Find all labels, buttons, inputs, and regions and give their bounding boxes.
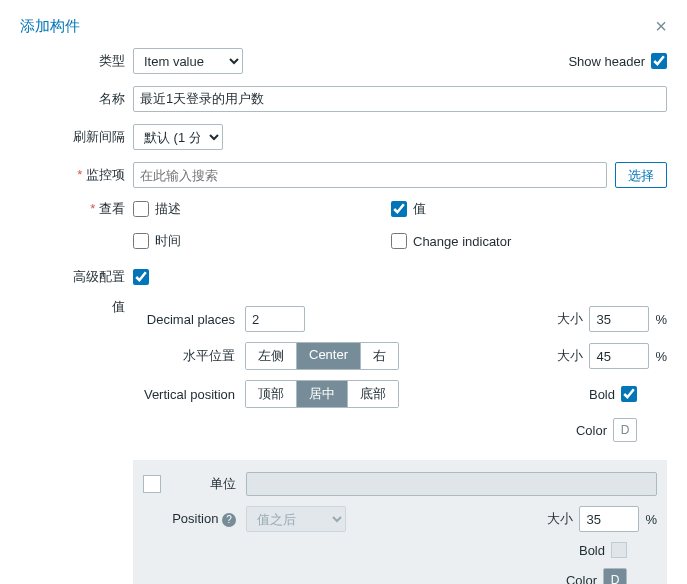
- label-decimal: Decimal places: [133, 312, 245, 327]
- bold2-checkbox: [611, 542, 627, 558]
- label-bold2: Bold: [579, 543, 605, 558]
- vpos-group[interactable]: 顶部 居中 底部: [245, 380, 399, 408]
- size3-input: [579, 506, 639, 532]
- advanced-checkbox[interactable]: [133, 269, 149, 285]
- label-item: 监控项: [20, 166, 125, 184]
- label-position: Position: [172, 511, 218, 526]
- pct2: %: [655, 349, 667, 364]
- size1-input[interactable]: [589, 306, 649, 332]
- label-time: 时间: [155, 232, 181, 250]
- label-value-cb: 值: [413, 200, 426, 218]
- vpos-bot[interactable]: 底部: [348, 381, 398, 407]
- vpos-mid[interactable]: 居中: [297, 381, 348, 407]
- label-size2: 大小: [557, 347, 583, 365]
- refresh-select[interactable]: 默认 (1 分): [133, 124, 223, 150]
- label-hpos: 水平位置: [133, 347, 245, 365]
- size2-input[interactable]: [589, 343, 649, 369]
- color1-picker[interactable]: D: [613, 418, 637, 442]
- label-size1: 大小: [557, 310, 583, 328]
- label-unit: 单位: [171, 475, 236, 493]
- position-select: 值之后: [246, 506, 346, 532]
- unit-enable-checkbox[interactable]: [143, 475, 161, 493]
- label-value-section: 值: [20, 298, 125, 316]
- decimal-input[interactable]: [245, 306, 305, 332]
- show-header-checkbox[interactable]: [651, 53, 667, 69]
- hpos-center[interactable]: Center: [297, 343, 361, 369]
- label-color1: Color: [576, 423, 607, 438]
- select-button[interactable]: 选择: [615, 162, 667, 188]
- close-icon[interactable]: ×: [655, 15, 667, 38]
- pct3: %: [645, 512, 657, 527]
- label-view: 查看: [20, 200, 125, 218]
- color2-picker: D: [603, 568, 627, 584]
- change-checkbox[interactable]: [391, 233, 407, 249]
- hpos-group[interactable]: 左侧 Center 右: [245, 342, 399, 370]
- hpos-right[interactable]: 右: [361, 343, 398, 369]
- value-checkbox[interactable]: [391, 201, 407, 217]
- pct1: %: [655, 312, 667, 327]
- name-input[interactable]: [133, 86, 667, 112]
- vpos-top[interactable]: 顶部: [246, 381, 297, 407]
- time-checkbox[interactable]: [133, 233, 149, 249]
- label-desc: 描述: [155, 200, 181, 218]
- bold1-checkbox[interactable]: [621, 386, 637, 402]
- label-show-header: Show header: [568, 54, 645, 69]
- label-vpos: Vertical position: [133, 387, 245, 402]
- label-advanced: 高级配置: [20, 268, 125, 286]
- desc-checkbox[interactable]: [133, 201, 149, 217]
- help-icon[interactable]: ?: [222, 513, 236, 527]
- unit-input[interactable]: [246, 472, 657, 496]
- type-select[interactable]: Item value: [133, 48, 243, 74]
- label-type: 类型: [20, 52, 125, 70]
- label-color2: Color: [566, 573, 597, 585]
- dialog-title: 添加构件: [20, 17, 80, 36]
- hpos-left[interactable]: 左侧: [246, 343, 297, 369]
- label-refresh: 刷新间隔: [20, 128, 125, 146]
- label-size3: 大小: [547, 510, 573, 528]
- label-change: Change indicator: [413, 234, 511, 249]
- label-name: 名称: [20, 90, 125, 108]
- label-bold1: Bold: [589, 387, 615, 402]
- item-input[interactable]: [133, 162, 607, 188]
